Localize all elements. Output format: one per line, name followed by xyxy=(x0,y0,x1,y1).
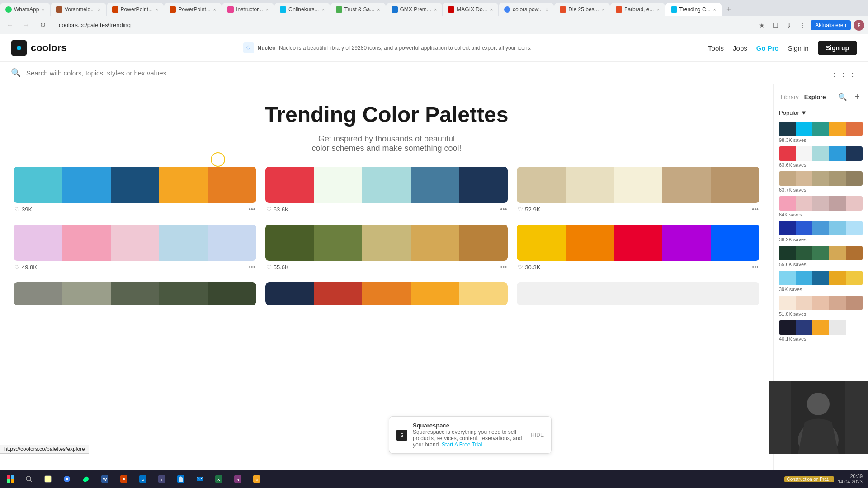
sidebar-palette-6[interactable]: 55.6K saves xyxy=(779,246,863,267)
sidebar-palette-3[interactable]: 63.7K saves xyxy=(779,171,863,192)
reload-button[interactable]: ↻ xyxy=(36,19,49,32)
taskbar-powerpoint[interactable]: P xyxy=(115,470,133,488)
new-tab-button[interactable]: + xyxy=(722,3,736,16)
taskbar-noteone[interactable]: N xyxy=(229,470,247,488)
taskbar-excel[interactable]: X xyxy=(210,470,228,488)
extensions-icon[interactable]: ☐ xyxy=(770,20,781,31)
taskbar-outlook[interactable]: O xyxy=(134,470,152,488)
tab-close-whatsapp[interactable]: × xyxy=(42,7,44,12)
tab-whatsapp[interactable]: WhatsApp × xyxy=(0,3,50,16)
sb-swatch-7-2 xyxy=(796,271,812,285)
tab-close-3[interactable]: × xyxy=(156,7,158,12)
settings-icon[interactable]: ⋮ xyxy=(797,20,808,31)
taskbar-mail[interactable] xyxy=(191,470,209,488)
tab-label-whatsapp: WhatsApp xyxy=(14,6,39,13)
tab-label-6: Onlinekurs... xyxy=(288,6,319,13)
tab-close-4[interactable]: × xyxy=(213,7,216,12)
sidebar-search-icon[interactable]: 🔍 xyxy=(837,91,848,102)
tab-onlinekurs[interactable]: Onlinekurs... × xyxy=(274,3,330,16)
palette-card-1[interactable]: ♡ 39K ••• xyxy=(14,167,256,216)
sidebar-palette-1[interactable]: 98.3K saves xyxy=(779,122,863,143)
tab-die25[interactable]: Die 25 bes... × xyxy=(554,3,610,16)
swatch-6-5 xyxy=(711,225,760,261)
downloads-icon[interactable]: ⇓ xyxy=(783,20,794,31)
tab-close-7[interactable]: × xyxy=(377,7,380,12)
tab-close-13[interactable]: × xyxy=(713,7,716,12)
palette-card-6[interactable]: ♡ 30.3K ••• xyxy=(517,225,760,273)
url-bar[interactable]: coolors.co/palettes/trending xyxy=(52,19,753,32)
logo[interactable]: coolors xyxy=(11,40,66,56)
sidebar-add-button[interactable]: + xyxy=(852,91,863,102)
sidebar-top: Library Explore 🔍 + xyxy=(779,91,863,102)
more-btn-5[interactable]: ••• xyxy=(500,263,507,271)
more-btn-2[interactable]: ••• xyxy=(500,206,507,213)
back-button[interactable]: ← xyxy=(4,19,16,32)
update-button[interactable]: Aktualisieren xyxy=(811,20,851,30)
more-btn-3[interactable]: ••• xyxy=(752,206,759,213)
swatch-2-5 xyxy=(459,167,508,203)
squarespace-cta[interactable]: Start A Free Trial xyxy=(442,441,482,448)
sidebar-palette-5[interactable]: 38.2K saves xyxy=(779,221,863,242)
tab-close-8[interactable]: × xyxy=(434,7,437,12)
sidebar-palette-2[interactable]: 63.6K saves xyxy=(779,146,863,168)
nav-gopro[interactable]: Go Pro xyxy=(756,44,779,52)
sidebar-tab-explore[interactable]: Explore xyxy=(802,93,828,101)
forward-button[interactable]: → xyxy=(20,19,33,32)
sb-swatch-2-3 xyxy=(812,146,829,161)
tab-trending[interactable]: Trending C... × xyxy=(665,3,722,16)
taskbar-construction[interactable]: ⚙ xyxy=(248,470,266,488)
profile-circle[interactable]: F xyxy=(854,20,864,31)
sb-swatch-2-4 xyxy=(829,146,846,161)
tab-ppt2[interactable]: PowerPoint... × xyxy=(164,3,222,16)
more-btn-6[interactable]: ••• xyxy=(752,263,759,271)
taskbar-files[interactable] xyxy=(39,470,57,488)
tab-farbrad[interactable]: Farbrad, e... × xyxy=(610,3,665,16)
tab-instructor[interactable]: Instructor... × xyxy=(222,3,274,16)
nav-jobs[interactable]: Jobs xyxy=(733,44,747,52)
bookmark-icon[interactable]: ★ xyxy=(756,20,767,31)
palette-card-8[interactable] xyxy=(265,282,508,305)
sidebar-palette-7[interactable]: 39K saves xyxy=(779,271,863,292)
sidebar-tab-library[interactable]: Library xyxy=(779,93,801,101)
tab-close-6[interactable]: × xyxy=(321,7,324,12)
svg-text:X: X xyxy=(217,478,220,482)
palette-card-2[interactable]: ♡ 63.6K ••• xyxy=(265,167,508,216)
sign-in-button[interactable]: Sign in xyxy=(788,44,809,52)
taskbar-store[interactable] xyxy=(172,470,190,488)
search-bar: 🔍 ⋮⋮⋮ xyxy=(0,62,868,84)
taskbar-teams[interactable]: T xyxy=(153,470,171,488)
search-input[interactable] xyxy=(26,69,825,77)
palette-card-4[interactable]: ♡ 49.8K ••• xyxy=(14,225,256,273)
taskbar-word[interactable]: W xyxy=(96,470,114,488)
tab-voranmeld[interactable]: Voranmeld... × xyxy=(51,3,106,16)
tab-close-12[interactable]: × xyxy=(656,7,659,12)
sidebar-palette-8[interactable]: 51.8K saves xyxy=(779,296,863,317)
tab-close-10[interactable]: × xyxy=(546,7,548,12)
tab-gmx[interactable]: GMX Prem... × xyxy=(386,3,443,16)
palette-meta-4: ♡ 49.8K ••• xyxy=(14,261,256,273)
palette-card-3[interactable]: ♡ 52.9K ••• xyxy=(517,167,760,216)
sidebar-palette-9[interactable]: 40.1K saves xyxy=(779,320,863,342)
sign-up-button[interactable]: Sign up xyxy=(818,41,857,55)
tab-close-11[interactable]: × xyxy=(602,7,604,12)
taskbar-edge[interactable] xyxy=(77,470,95,488)
more-btn-4[interactable]: ••• xyxy=(249,263,255,271)
popular-filter-button[interactable]: Popular ▼ xyxy=(779,109,863,116)
nav-tools[interactable]: Tools xyxy=(708,44,724,52)
tab-ppt1[interactable]: PowerPoint... × xyxy=(107,3,164,16)
tab-close-9[interactable]: × xyxy=(490,7,493,12)
tab-close-2[interactable]: × xyxy=(98,7,100,12)
grid-view-icon[interactable]: ⋮⋮⋮ xyxy=(830,67,857,78)
tab-trust[interactable]: Trust & Sa... × xyxy=(330,3,386,16)
tab-colors[interactable]: colors pow... × xyxy=(499,3,554,16)
palette-card-5[interactable]: ♡ 55.6K ••• xyxy=(265,225,508,273)
taskbar-start-button[interactable] xyxy=(2,470,20,488)
tab-magix[interactable]: MAGIX Do... × xyxy=(443,3,498,16)
sidebar-palette-4[interactable]: 64K saves xyxy=(779,196,863,217)
tab-close-5[interactable]: × xyxy=(266,7,269,12)
taskbar-search[interactable] xyxy=(20,470,38,488)
more-btn-1[interactable]: ••• xyxy=(249,206,255,213)
taskbar-chrome[interactable] xyxy=(58,470,76,488)
palette-card-7[interactable] xyxy=(14,282,256,305)
squarespace-hide-button[interactable]: HIDE xyxy=(531,432,544,438)
